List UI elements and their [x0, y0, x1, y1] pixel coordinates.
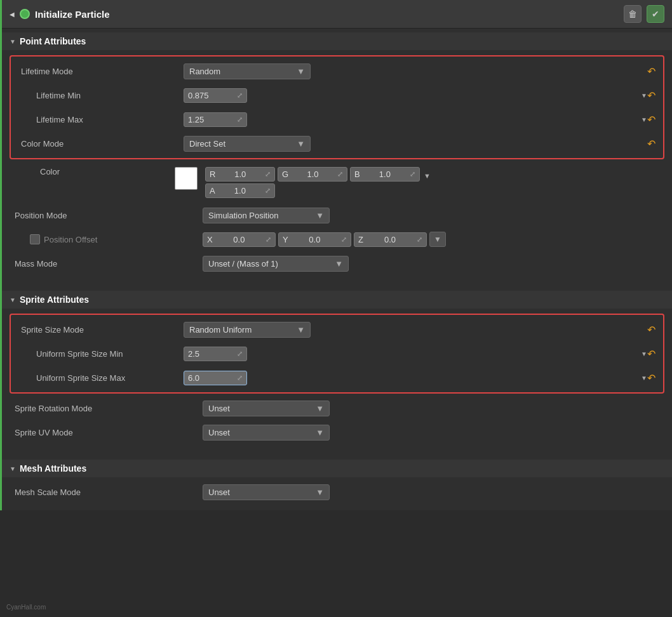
color-mode-dropdown[interactable]: Direct Set ▼: [184, 136, 311, 152]
color-a-expand-icon: ⤢: [265, 187, 271, 195]
position-offset-x-value: 0.0: [233, 235, 245, 244]
lifetime-max-input[interactable]: 1.25 ⤢: [184, 112, 247, 127]
mesh-scale-mode-arrow-icon: ▼: [316, 488, 324, 497]
sprite-size-min-control: 2.5 ⤢: [184, 347, 636, 361]
position-mode-label: Position Mode: [12, 211, 203, 220]
position-offset-y-input[interactable]: Y 0.0 ⤢: [278, 232, 351, 247]
lifetime-min-reset-icon[interactable]: ↶: [647, 90, 655, 102]
mesh-scale-mode-control: Unset ▼: [203, 484, 662, 500]
lifetime-max-row: Lifetime Max 1.25 ⤢ ▼ ↶: [11, 107, 663, 131]
color-swatch[interactable]: [175, 167, 198, 190]
sprite-size-min-reset-icon[interactable]: ↶: [647, 348, 655, 360]
sprite-rotation-mode-label: Sprite Rotation Mode: [12, 404, 203, 413]
position-offset-y-label: Y: [283, 235, 288, 244]
sprite-attributes-section: ▼ Sprite Attributes Sprite Size Mode Ran…: [2, 287, 672, 451]
lifetime-min-down-icon: ▼: [641, 92, 647, 99]
panel-header-left: ◀ Initialize Particle: [10, 9, 110, 20]
color-b-expand-icon: ⤢: [410, 170, 415, 178]
position-offset-label: Position Offset: [30, 234, 203, 244]
panel-header: ◀ Initialize Particle 🗑 ✔: [2, 0, 672, 29]
mass-mode-dropdown[interactable]: Unset / (Mass of 1) ▼: [203, 256, 349, 272]
sprite-attributes-header[interactable]: ▼ Sprite Attributes: [2, 291, 672, 308]
position-offset-x-input[interactable]: X 0.0 ⤢: [203, 232, 276, 247]
active-status-icon: [20, 9, 30, 19]
sprite-size-mode-dropdown[interactable]: Random Uniform ▼: [184, 322, 311, 338]
sprite-size-max-down-icon: ▼: [641, 375, 647, 381]
sprite-rotation-mode-dropdown[interactable]: Unset ▼: [203, 401, 330, 416]
point-attributes-header[interactable]: ▼ Point Attributes: [2, 32, 672, 50]
position-offset-x-expand-icon: ⤢: [265, 236, 271, 244]
color-r-expand-icon: ⤢: [265, 170, 271, 178]
sprite-outlined-group: Sprite Size Mode Random Uniform ▼ ↶ Unif…: [10, 314, 664, 394]
position-offset-z-input[interactable]: Z 0.0 ⤢: [354, 232, 427, 247]
color-label: Color: [22, 167, 175, 176]
sprite-size-mode-reset: ↶: [636, 324, 655, 336]
lifetime-mode-value: Random: [189, 67, 220, 76]
mesh-scale-mode-row: Mesh Scale Mode Unset ▼: [2, 480, 672, 504]
color-a-input[interactable]: A 1.0 ⤢: [205, 183, 275, 198]
lifetime-mode-arrow-icon: ▼: [297, 67, 305, 76]
mass-mode-row: Mass Mode Unset / (Mass of 1) ▼: [2, 251, 672, 275]
lifetime-min-expand-icon: ⤢: [237, 91, 243, 100]
color-g-input[interactable]: G 1.0 ⤢: [278, 167, 347, 182]
sprite-size-min-expand-icon: ⤢: [237, 350, 243, 358]
lifetime-min-input[interactable]: 0.875 ⤢: [184, 88, 247, 103]
sprite-uv-mode-value: Unset: [208, 428, 230, 437]
mesh-attributes-content: Mesh Scale Mode Unset ▼: [2, 477, 672, 507]
lifetime-mode-dropdown[interactable]: Random ▼: [184, 63, 311, 79]
color-expand-down-icon[interactable]: ▼: [424, 172, 431, 180]
mass-mode-label: Mass Mode: [12, 259, 203, 269]
color-b-input[interactable]: B 1.0 ⤢: [350, 167, 420, 182]
point-attributes-title: Point Attributes: [20, 36, 86, 46]
sprite-size-mode-reset-icon[interactable]: ↶: [647, 324, 655, 336]
panel-header-right: 🗑 ✔: [624, 5, 664, 23]
position-offset-x-label: X: [207, 235, 213, 244]
sprite-size-min-down-icon: ▼: [641, 350, 647, 357]
color-mode-label: Color Mode: [18, 139, 184, 149]
lifetime-max-label: Lifetime Max: [18, 115, 184, 124]
color-r-label: R: [210, 169, 215, 179]
lifetime-mode-label: Lifetime Mode: [18, 67, 184, 76]
color-mode-arrow-icon: ▼: [297, 139, 305, 149]
panel-title: Initialize Particle: [35, 9, 110, 20]
color-mode-reset-icon[interactable]: ↶: [647, 138, 655, 150]
position-mode-dropdown[interactable]: Simulation Position ▼: [203, 208, 330, 223]
lifetime-min-value: 0.875: [188, 91, 209, 100]
sprite-uv-mode-row: Sprite UV Mode Unset ▼: [2, 420, 672, 444]
confirm-button[interactable]: ✔: [647, 5, 664, 23]
mesh-scale-mode-value: Unset: [208, 488, 230, 497]
lifetime-mode-control: Random ▼: [184, 63, 636, 79]
sprite-size-max-reset-icon[interactable]: ↶: [647, 372, 655, 384]
lifetime-max-control: 1.25 ⤢: [184, 112, 636, 127]
position-mode-arrow-icon: ▼: [316, 211, 324, 220]
sprite-uv-mode-dropdown[interactable]: Unset ▼: [203, 425, 330, 441]
sprite-size-min-input[interactable]: 2.5 ⤢: [184, 347, 247, 361]
collapse-arrow-icon[interactable]: ◀: [10, 11, 15, 18]
position-offset-expand-dropdown[interactable]: ▼: [429, 232, 446, 247]
mesh-attributes-header[interactable]: ▼ Mesh Attributes: [2, 460, 672, 477]
mass-mode-arrow-icon: ▼: [335, 259, 343, 269]
color-channels: R 1.0 ⤢ G 1.0 ⤢ B 1.0: [205, 167, 420, 198]
position-offset-checkbox[interactable]: [30, 234, 40, 244]
point-attributes-section: ▼ Point Attributes Lifetime Mode Random …: [2, 29, 672, 282]
sprite-size-mode-value: Random Uniform: [189, 325, 252, 335]
sprite-uv-mode-label: Sprite UV Mode: [12, 428, 203, 437]
mesh-scale-mode-label: Mesh Scale Mode: [12, 488, 203, 497]
sprite-size-min-tail: ▼ ↶: [636, 348, 655, 360]
color-mode-value: Direct Set: [189, 139, 225, 149]
color-a-value: 1.0: [234, 186, 246, 196]
lifetime-max-reset-icon[interactable]: ↶: [647, 114, 655, 126]
sprite-size-max-value: 6.0: [188, 373, 199, 383]
mesh-section-collapse-icon: ▼: [10, 465, 16, 472]
lifetime-mode-reset-icon[interactable]: ↶: [647, 65, 655, 77]
lifetime-max-down-icon: ▼: [641, 116, 647, 123]
position-offset-y-value: 0.0: [309, 235, 320, 244]
sprite-size-max-input[interactable]: 6.0 ⤢: [184, 371, 247, 385]
lifetime-mode-reset: ↶: [636, 65, 655, 77]
delete-button[interactable]: 🗑: [624, 5, 642, 23]
color-r-input[interactable]: R 1.0 ⤢: [205, 167, 275, 182]
lifetime-min-control: 0.875 ⤢: [184, 88, 636, 103]
lifetime-min-row: Lifetime Min 0.875 ⤢ ▼ ↶: [11, 83, 663, 107]
mesh-scale-mode-dropdown[interactable]: Unset ▼: [203, 484, 330, 500]
sprite-size-max-control: 6.0 ⤢: [184, 371, 636, 385]
